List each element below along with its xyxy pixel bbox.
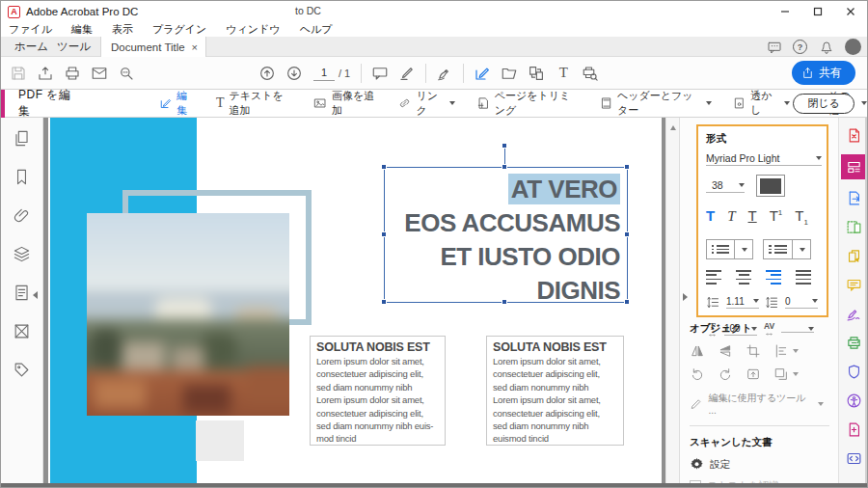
- bookmarks-icon[interactable]: [13, 168, 31, 190]
- font-color-picker[interactable]: [756, 175, 785, 197]
- menu-view[interactable]: 表示: [112, 22, 133, 37]
- selection-handle-se[interactable]: [624, 299, 630, 305]
- selection-handle-w[interactable]: [381, 231, 387, 237]
- font-size-select[interactable]: 38: [706, 179, 745, 193]
- destinations-icon[interactable]: [13, 322, 31, 344]
- export-pdf-icon[interactable]: [841, 188, 867, 208]
- menu-help[interactable]: ヘルプ: [300, 22, 333, 37]
- page-number-input[interactable]: [313, 65, 335, 81]
- sign-pen-icon[interactable]: [431, 61, 458, 86]
- paragraph-spacing-select[interactable]: 0: [785, 296, 818, 309]
- accessibility-icon[interactable]: [841, 391, 867, 411]
- comment-icon[interactable]: [366, 61, 393, 86]
- convert-files-icon[interactable]: [523, 61, 550, 86]
- scan-ocr-icon[interactable]: [841, 333, 867, 353]
- maximize-button[interactable]: [801, 1, 834, 22]
- content-icon[interactable]: [13, 284, 31, 306]
- javascript-tool-icon[interactable]: [841, 448, 867, 469]
- crop-object-icon[interactable]: [746, 343, 761, 359]
- italic-button[interactable]: T: [727, 208, 735, 224]
- menu-plugins[interactable]: プラグイン: [152, 22, 206, 37]
- upload-icon[interactable]: [32, 61, 59, 86]
- align-objects-dropdown[interactable]: [773, 343, 799, 359]
- vertical-scrollbar[interactable]: [665, 118, 679, 483]
- add-text-tool-icon[interactable]: T: [550, 61, 577, 86]
- fill-sign-icon[interactable]: [841, 304, 867, 324]
- edit-pdf-tool-icon[interactable]: [469, 61, 496, 86]
- bullet-list-control[interactable]: [706, 239, 753, 259]
- next-page-icon[interactable]: [281, 61, 308, 86]
- numbered-list-caret[interactable]: [792, 240, 810, 258]
- replace-image-icon[interactable]: [746, 366, 761, 382]
- user-avatar[interactable]: [845, 39, 861, 55]
- combine-files-icon[interactable]: [841, 246, 867, 266]
- header-footer-button[interactable]: ヘッダーとフッター: [600, 89, 713, 118]
- search-icon[interactable]: [113, 61, 140, 86]
- link-button[interactable]: リンク: [398, 89, 455, 118]
- organize-pages-icon[interactable]: [841, 217, 867, 237]
- selection-handle-ne[interactable]: [624, 164, 630, 170]
- protect-icon[interactable]: [841, 362, 867, 382]
- document-photo[interactable]: [87, 213, 289, 416]
- superscript-button[interactable]: T1: [770, 205, 783, 224]
- print-icon[interactable]: [59, 61, 86, 86]
- align-left-button[interactable]: [706, 270, 721, 285]
- optimize-pdf-icon[interactable]: [841, 420, 867, 440]
- add-text-button[interactable]: T テキストを追加: [216, 89, 292, 118]
- feedback-icon[interactable]: [766, 39, 782, 55]
- flip-horizontal-icon[interactable]: [690, 343, 705, 359]
- pdf-page[interactable]: AT VERO EOS ACCUSAMUS ET IUSTO ODIO DIGN…: [48, 118, 662, 483]
- print-production-icon[interactable]: [577, 61, 604, 86]
- edit-pdf-selected-icon[interactable]: [841, 154, 867, 179]
- align-center-button[interactable]: [736, 270, 751, 285]
- page-thumbnails-icon[interactable]: [13, 129, 31, 151]
- text-column-right[interactable]: SOLUTA NOBIS EST Lorem ipsum dolor sit a…: [486, 336, 624, 446]
- notifications-bell-icon[interactable]: [818, 39, 834, 55]
- help-icon[interactable]: ?: [793, 40, 807, 54]
- save-icon[interactable]: [5, 61, 32, 86]
- tab-home[interactable]: ホーム: [14, 37, 48, 57]
- menu-edit[interactable]: 編集: [71, 22, 93, 37]
- text-column-left[interactable]: SOLUTA NOBIS EST Lorem ipsum dolor sit a…: [310, 336, 446, 446]
- collapse-left-rail-arrow[interactable]: [33, 291, 38, 299]
- gray-design-rect[interactable]: [196, 420, 244, 461]
- flip-vertical-icon[interactable]: [718, 343, 733, 359]
- editing-tools-dropdown[interactable]: 編集に使用するツール ...: [690, 392, 829, 416]
- menu-window[interactable]: ウィンドウ: [226, 22, 280, 37]
- previous-page-icon[interactable]: [254, 61, 281, 86]
- rotation-handle[interactable]: [502, 143, 507, 149]
- selection-handle-e[interactable]: [624, 231, 630, 237]
- add-image-button[interactable]: 画像を追加: [313, 89, 377, 118]
- selection-handle-s[interactable]: [502, 299, 507, 305]
- numbered-list-icon[interactable]: [764, 245, 792, 254]
- tab-document[interactable]: Document Title ×: [100, 37, 206, 57]
- layers-icon[interactable]: [13, 245, 31, 267]
- tab-tools[interactable]: ツール: [57, 37, 91, 57]
- highlighted-text[interactable]: AT VERO: [508, 174, 620, 204]
- tags-icon[interactable]: [13, 361, 31, 383]
- rotate-ccw-icon[interactable]: [690, 366, 705, 382]
- watermark-button[interactable]: 透かし: [733, 89, 789, 118]
- scroll-up-arrow[interactable]: [670, 125, 676, 130]
- selected-text-block[interactable]: AT VERO EOS ACCUSAMUS ET IUSTO ODIO DIGN…: [384, 167, 628, 303]
- email-icon[interactable]: [86, 61, 113, 86]
- bold-button[interactable]: T: [706, 208, 715, 224]
- align-right-button[interactable]: [766, 270, 781, 285]
- scan-settings-button[interactable]: 設定: [690, 457, 829, 472]
- open-folder-icon[interactable]: [496, 61, 523, 86]
- subscript-button[interactable]: T1: [795, 208, 808, 230]
- underline-button[interactable]: T: [748, 208, 757, 224]
- selection-handle-n[interactable]: [502, 164, 507, 170]
- expand-panel-arrow[interactable]: [683, 293, 688, 301]
- selection-handle-nw[interactable]: [381, 164, 387, 170]
- bullet-list-icon[interactable]: [707, 245, 734, 254]
- bullet-list-caret[interactable]: [734, 240, 752, 258]
- line-spacing-select[interactable]: 1.11: [726, 296, 759, 309]
- highlight-icon[interactable]: [393, 61, 420, 86]
- align-justify-button[interactable]: [796, 270, 811, 285]
- heading-line[interactable]: EOS ACCUSAMUS: [385, 206, 620, 240]
- close-tool-button[interactable]: 閉じる: [793, 94, 854, 114]
- heading-line[interactable]: ET IUSTO ODIO: [385, 240, 620, 274]
- menu-file[interactable]: ファイル: [9, 22, 52, 37]
- close-window-button[interactable]: [834, 1, 867, 22]
